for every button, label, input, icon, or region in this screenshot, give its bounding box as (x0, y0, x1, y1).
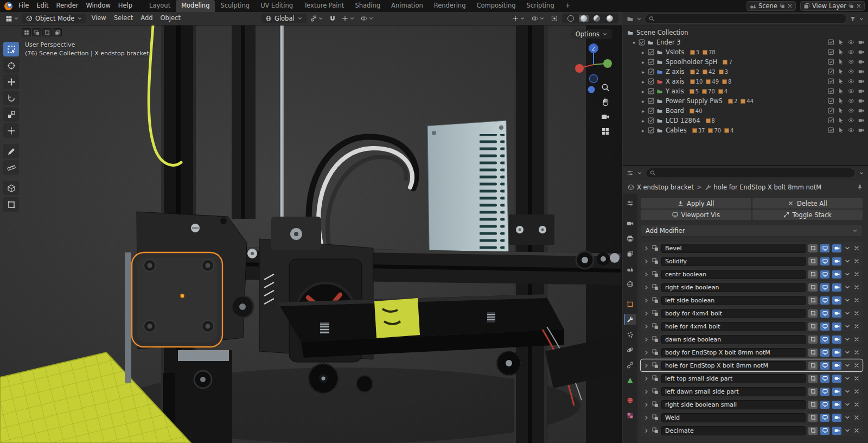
viewport-menu-item[interactable]: View (87, 12, 110, 24)
selectable-cursor-icon[interactable] (838, 88, 845, 94)
render-display-toggle[interactable] (832, 427, 841, 435)
render-display-toggle[interactable] (832, 349, 841, 357)
checkbox-icon[interactable] (828, 127, 834, 134)
modifier-row[interactable]: Bevel (641, 242, 863, 254)
selectable-cursor-icon[interactable] (838, 49, 845, 55)
remove-view-layer-icon[interactable] (856, 3, 861, 9)
checkbox-icon[interactable] (828, 59, 834, 65)
modifier-extras-icon[interactable] (844, 245, 851, 251)
workspace-tab[interactable]: Scripting (521, 0, 560, 12)
modifier-delete-icon[interactable] (853, 245, 860, 251)
eye-icon[interactable] (848, 107, 854, 114)
shading-rendered-button[interactable] (605, 15, 615, 22)
workspace-tab[interactable]: Layout (144, 0, 176, 12)
xray-toggle[interactable] (549, 14, 560, 23)
disclosure-triangle-icon[interactable]: ▸ (641, 49, 646, 55)
gizmo-y-axis[interactable] (603, 59, 612, 68)
edit-mode-toggle[interactable] (808, 309, 818, 318)
tab-material[interactable] (624, 395, 636, 406)
realtime-display-toggle[interactable] (820, 322, 829, 331)
edit-mode-toggle[interactable] (808, 296, 818, 305)
expand-panel-icon[interactable] (643, 324, 649, 330)
viewport-toggle-3[interactable] (42, 28, 52, 36)
outliner-collection-row[interactable]: ▸ Vslots 378 (623, 47, 868, 57)
workspace-tab[interactable]: Modeling (176, 0, 215, 12)
selectable-cursor-icon[interactable] (838, 59, 845, 65)
edit-mode-toggle[interactable] (808, 427, 818, 435)
modifier-row[interactable]: Solidify (641, 255, 863, 267)
modifier-delete-icon[interactable] (853, 336, 860, 343)
render-display-toggle[interactable] (832, 296, 841, 305)
new-view-layer-icon[interactable] (848, 3, 854, 9)
menu-item[interactable]: File (15, 0, 33, 12)
disclosure-triangle-icon[interactable]: ▸ (641, 88, 646, 94)
add-modifier-dropdown[interactable]: Add Modifier (641, 225, 863, 237)
modifier-row[interactable]: left side boolean (641, 294, 863, 306)
selectable-cursor-icon[interactable] (838, 39, 845, 46)
modifier-extras-icon[interactable] (844, 388, 851, 395)
modifier-delete-icon[interactable] (853, 388, 860, 395)
workspace-tab[interactable]: + (560, 0, 576, 12)
modifier-name-field[interactable]: hole for 4xm4 bolt (661, 322, 806, 331)
modifier-row[interactable]: right side boolean small (641, 398, 863, 410)
modifier-extras-icon[interactable] (844, 284, 851, 290)
expand-panel-icon[interactable] (643, 428, 649, 434)
checkbox-icon[interactable] (828, 39, 834, 46)
render-display-toggle[interactable] (832, 322, 841, 331)
eye-icon[interactable] (848, 49, 854, 55)
editor-type-button[interactable] (3, 14, 21, 23)
viewport-toggle-1[interactable] (22, 28, 31, 36)
edit-mode-toggle[interactable] (808, 375, 818, 383)
unlink-scene-icon[interactable] (787, 3, 793, 9)
checkbox-icon[interactable] (648, 98, 654, 104)
modifier-name-field[interactable]: right side boolean small (661, 400, 806, 409)
eye-icon[interactable] (848, 78, 854, 85)
render-display-toggle[interactable] (832, 309, 841, 318)
expand-panel-icon[interactable] (643, 311, 649, 317)
eye-icon[interactable] (848, 98, 854, 104)
tool-rotate[interactable] (3, 91, 19, 105)
disclosure-triangle-icon[interactable]: ▾ (631, 40, 636, 46)
checkbox-icon[interactable] (828, 117, 834, 124)
expand-panel-icon[interactable] (643, 271, 649, 277)
modifier-name-field[interactable]: centr boolean (661, 270, 806, 279)
render-display-toggle[interactable] (832, 244, 841, 252)
selectable-cursor-icon[interactable] (838, 127, 845, 134)
options-dropdown[interactable]: Options (571, 29, 612, 39)
modifier-delete-icon[interactable] (853, 297, 860, 303)
proportional-editing-dropdown[interactable] (359, 14, 376, 23)
tab-tool[interactable] (624, 198, 636, 209)
realtime-display-toggle[interactable] (820, 414, 829, 422)
modifier-extras-icon[interactable] (844, 349, 851, 356)
realtime-display-toggle[interactable] (820, 427, 829, 435)
properties-search[interactable] (646, 168, 856, 178)
modifier-row[interactable]: right side boolean (641, 281, 863, 293)
edit-mode-toggle[interactable] (808, 362, 818, 370)
mode-dropdown[interactable]: Object Mode (22, 14, 86, 23)
expand-panel-icon[interactable] (643, 415, 649, 421)
modifier-delete-icon[interactable] (853, 427, 860, 434)
checkbox-icon[interactable] (639, 39, 645, 46)
tool-annotate[interactable] (3, 144, 19, 159)
modifier-row[interactable]: left top small side part (641, 372, 863, 384)
render-display-toggle[interactable] (832, 401, 841, 409)
tool-extrude[interactable] (3, 197, 19, 212)
modifier-row[interactable]: left dawn small side part (641, 385, 863, 397)
eye-icon[interactable] (848, 127, 854, 134)
modifier-extras-icon[interactable] (844, 310, 851, 317)
realtime-display-toggle[interactable] (820, 244, 829, 252)
expand-panel-icon[interactable] (643, 298, 649, 303)
realtime-display-toggle[interactable] (820, 309, 829, 318)
eye-icon[interactable] (848, 68, 854, 75)
modifier-extras-icon[interactable] (844, 297, 851, 303)
tool-cursor[interactable] (3, 58, 19, 73)
realtime-display-toggle[interactable] (820, 388, 829, 396)
workspace-tab[interactable]: Texture Paint (298, 0, 349, 12)
realtime-display-toggle[interactable] (820, 362, 829, 370)
zoom-icon[interactable] (601, 83, 610, 92)
checkbox-icon[interactable] (648, 88, 654, 94)
modifier-delete-icon[interactable] (853, 271, 860, 277)
tool-add-cube[interactable] (3, 181, 19, 195)
expand-panel-icon[interactable] (643, 245, 649, 251)
blender-logo-icon[interactable] (4, 2, 12, 10)
